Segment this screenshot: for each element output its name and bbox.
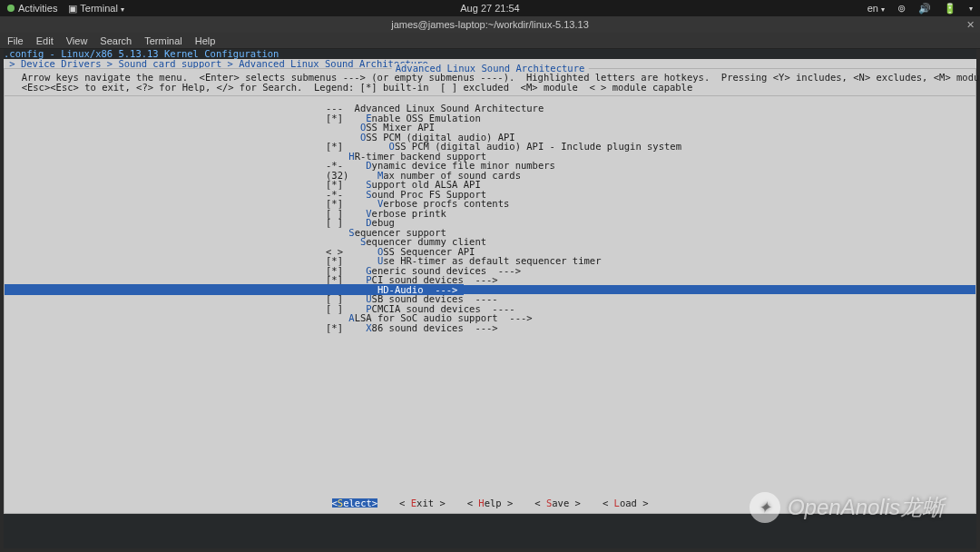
menubar-item-search[interactable]: Search	[100, 35, 132, 46]
terminal[interactable]: .config - Linux/x86 5.13.13 Kernel Confi…	[4, 49, 976, 548]
config-title: .config - Linux/x86 5.13.13 Kernel Confi…	[4, 49, 976, 59]
activities-button[interactable]: Activities	[7, 3, 57, 14]
select-button[interactable]: <Select>	[332, 498, 378, 508]
menu-row-10[interactable]: [*] Verbose procfs contents	[5, 199, 975, 209]
window-titlebar: james@james-laptop:~/workdir/linux-5.13.…	[0, 16, 980, 33]
load-button[interactable]: < Load >	[603, 498, 649, 508]
menubar-item-terminal[interactable]: Terminal	[144, 35, 182, 46]
menu-row-12[interactable]: [ ] Debug	[5, 218, 975, 228]
menu-row-20[interactable]: [ ] USB sound devices ----	[5, 294, 975, 304]
menu-row-23[interactable]: [*] X86 sound devices --->	[5, 323, 975, 333]
system-menu-icon[interactable]: ▾	[969, 5, 973, 13]
help-button[interactable]: < Help >	[467, 498, 514, 508]
wechat-icon: ✦	[750, 492, 780, 523]
clock[interactable]: Aug 27 21:54	[460, 3, 519, 14]
menu-row-6[interactable]: -*- Dynamic device file minor numbers	[5, 161, 975, 171]
menubar-item-help[interactable]: Help	[195, 35, 216, 46]
menu-list: --- Advanced Linux Sound Architecture [*…	[4, 96, 976, 514]
network-icon[interactable]: ⊚	[897, 3, 906, 15]
watermark: ✦ OpenAnolis龙蜥	[750, 492, 944, 523]
window-title: james@james-laptop:~/workdir/linux-5.13.…	[391, 19, 589, 30]
menu-row-8[interactable]: [*] Support old ALSA API	[5, 180, 975, 190]
help-box: Advanced Linux Sound Architecture Arrow …	[4, 68, 976, 96]
battery-icon[interactable]: 🔋	[944, 3, 956, 15]
panel-title: Advanced Linux Sound Architecture	[392, 64, 589, 74]
app-menubar: FileEditViewSearchTerminalHelp	[0, 33, 980, 49]
help-text: Arrow keys navigate the menu. <Enter> se…	[5, 71, 975, 95]
menubar-item-view[interactable]: View	[66, 35, 88, 46]
close-icon[interactable]: ✕	[966, 19, 975, 31]
save-button[interactable]: < Save >	[534, 498, 581, 508]
gnome-topbar: Activities ▣ Terminal ▾ Aug 27 21:54 en …	[0, 0, 980, 16]
menu-row-0[interactable]: --- Advanced Linux Sound Architecture	[5, 104, 975, 113]
menu-row-18[interactable]: [*] PCI sound devices --->	[5, 275, 975, 285]
exit-button[interactable]: < Exit >	[399, 498, 446, 508]
menu-row-16[interactable]: [*] Use HR-timer as default sequencer ti…	[5, 256, 975, 266]
lang-indicator[interactable]: en ▾	[867, 3, 885, 14]
app-indicator[interactable]: ▣ Terminal ▾	[68, 3, 124, 15]
volume-icon[interactable]: 🔊	[918, 3, 931, 15]
menubar-item-file[interactable]: File	[7, 35, 24, 46]
menubar-item-edit[interactable]: Edit	[36, 35, 54, 46]
menu-row-22[interactable]: ALSA for SoC audio support --->	[5, 313, 975, 323]
menu-row-4[interactable]: [*] OSS PCM (digital audio) API - Includ…	[5, 142, 975, 152]
menu-row-14[interactable]: Sequencer dummy client	[5, 237, 975, 247]
